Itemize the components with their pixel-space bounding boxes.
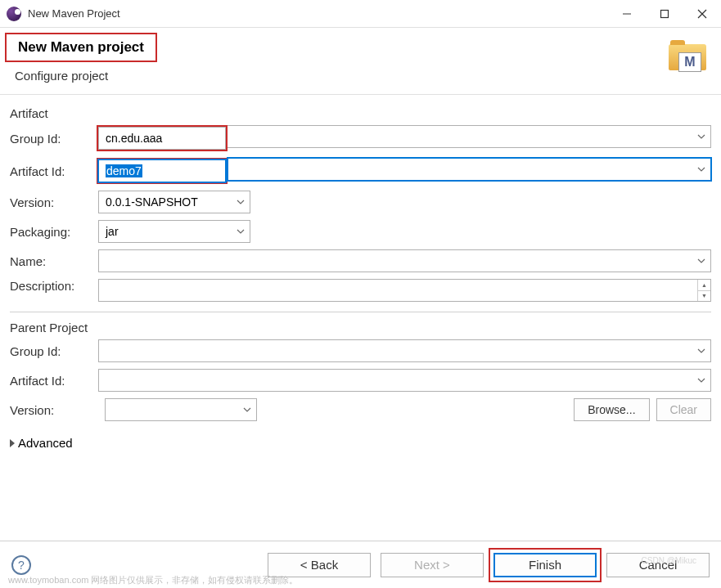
- chevron-down-icon: [697, 257, 705, 265]
- chevron-down-icon: [237, 227, 245, 236]
- next-button[interactable]: Next >: [381, 553, 484, 577]
- name-input[interactable]: [98, 249, 711, 272]
- chevron-down-icon: [697, 347, 705, 355]
- description-label: Description:: [10, 279, 98, 293]
- parent-section-label: Parent Project: [10, 321, 711, 334]
- window-titlebar: New Maven Project: [0, 0, 721, 28]
- version-label: Version:: [10, 195, 98, 209]
- packaging-label: Packaging:: [10, 225, 98, 239]
- parent-group-id-label: Group Id:: [10, 344, 98, 358]
- browse-button[interactable]: Browse...: [574, 398, 649, 421]
- wizard-title: New Maven project: [18, 39, 144, 56]
- wizard-header: New Maven project Configure project M: [0, 28, 721, 95]
- chevron-down-icon: [243, 406, 251, 414]
- spinner-down-icon[interactable]: ▼: [697, 291, 710, 302]
- divider: [10, 312, 711, 312]
- chevron-down-icon: [237, 198, 245, 206]
- svg-rect-1: [661, 10, 669, 17]
- header-title-box: New Maven project: [5, 33, 157, 62]
- close-button[interactable]: [683, 0, 721, 28]
- watermark-text: www.toymoban.com 网络图片仅供展示，非存储，如有侵权请联系删除。: [8, 574, 298, 586]
- parent-group-id-input[interactable]: [98, 339, 711, 362]
- wizard-subtitle: Configure project: [0, 62, 721, 94]
- watermark-text-2: CSDN @Mikuc: [642, 556, 696, 565]
- eclipse-icon: [7, 7, 21, 21]
- chevron-down-icon: [697, 132, 705, 141]
- advanced-label: Advanced: [18, 436, 73, 450]
- chevron-down-icon: [697, 165, 705, 173]
- parent-version-label: Version:: [10, 403, 98, 417]
- artifact-id-combo-extension[interactable]: [228, 158, 711, 181]
- back-button[interactable]: < Back: [268, 553, 371, 577]
- spinner-up-icon[interactable]: ▲: [697, 280, 710, 291]
- parent-version-input[interactable]: [105, 398, 257, 421]
- help-button[interactable]: ?: [11, 555, 31, 575]
- parent-artifact-id-input[interactable]: [98, 369, 711, 392]
- maximize-button[interactable]: [646, 0, 683, 28]
- description-spinner[interactable]: ▲ ▼: [697, 280, 710, 301]
- window-title: New Maven Project: [28, 7, 120, 20]
- expand-triangle-icon: [10, 439, 15, 447]
- artifact-section-label: Artifact: [10, 106, 711, 120]
- group-id-combo-extension[interactable]: [228, 125, 711, 148]
- artifact-id-input[interactable]: demo7: [98, 159, 226, 182]
- version-input[interactable]: 0.0.1-SNAPSHOT: [98, 191, 250, 213]
- description-input[interactable]: [98, 279, 711, 302]
- minimize-button[interactable]: [608, 0, 646, 28]
- finish-button[interactable]: Finish: [493, 553, 597, 577]
- advanced-toggle[interactable]: Advanced: [10, 436, 711, 450]
- parent-artifact-id-label: Artifact Id:: [10, 374, 98, 388]
- maven-icon: M: [669, 39, 708, 72]
- artifact-id-label: Artifact Id:: [10, 164, 98, 178]
- name-label: Name:: [10, 254, 98, 268]
- group-id-label: Group Id:: [10, 132, 98, 146]
- group-id-input[interactable]: cn.edu.aaa: [98, 127, 226, 150]
- clear-button[interactable]: Clear: [656, 398, 711, 421]
- packaging-input[interactable]: jar: [98, 220, 250, 243]
- chevron-down-icon: [697, 376, 705, 384]
